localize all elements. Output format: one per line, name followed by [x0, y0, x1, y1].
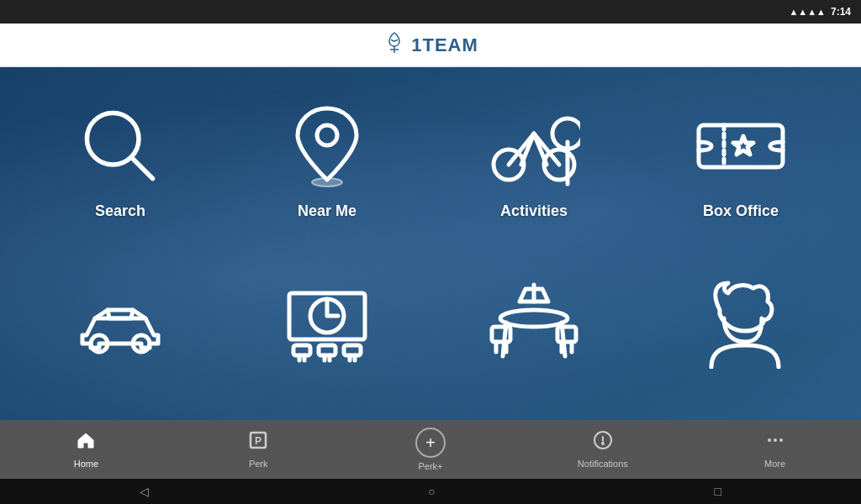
search-icon: [74, 100, 166, 192]
ticket-icon: [695, 100, 787, 192]
dining-item[interactable]: [430, 244, 637, 412]
svg-point-5: [312, 178, 342, 186]
home-label: Home: [74, 459, 98, 469]
svg-point-40: [768, 438, 771, 442]
parking-item[interactable]: [17, 244, 224, 412]
perk-icon: P: [248, 430, 268, 455]
notifications-icon: [593, 430, 613, 455]
nav-perk[interactable]: P Perk: [172, 420, 345, 479]
time-display: 7:14: [831, 6, 851, 18]
app-logo: 1TEAM: [383, 31, 478, 59]
home-button[interactable]: ○: [428, 485, 435, 498]
search-item[interactable]: Search: [17, 76, 224, 244]
near-me-label: Near Me: [298, 202, 357, 220]
dining-icon: [488, 276, 580, 369]
profile-item[interactable]: [637, 244, 844, 412]
logo-text: 1TEAM: [411, 34, 478, 56]
svg-rect-17: [319, 345, 335, 355]
svg-point-25: [500, 310, 568, 327]
svg-rect-18: [344, 345, 361, 355]
back-button[interactable]: ◁: [140, 485, 149, 498]
more-label: More: [764, 459, 785, 469]
main-content: Search Near Me: [0, 67, 861, 420]
svg-line-3: [131, 157, 152, 178]
bottom-navigation: Home P Perk + Perk+ Notifications: [0, 420, 861, 479]
search-label: Search: [95, 202, 145, 220]
nav-more[interactable]: More: [689, 420, 861, 479]
car-icon: [74, 276, 166, 369]
activities-icon: [488, 100, 580, 192]
box-office-item[interactable]: Box Office: [637, 76, 844, 244]
notifications-label: Notifications: [578, 459, 628, 469]
app-header: 1TEAM: [0, 24, 861, 67]
svg-text:P: P: [255, 435, 261, 447]
recents-button[interactable]: □: [715, 485, 721, 498]
activities-label: Activities: [500, 202, 568, 220]
perk-plus-label: Perk+: [418, 461, 442, 471]
person-icon: [695, 276, 787, 369]
nav-home[interactable]: Home: [0, 420, 172, 479]
svg-point-39: [602, 443, 604, 444]
svg-point-41: [774, 438, 777, 442]
near-me-item[interactable]: Near Me: [224, 76, 430, 244]
status-bar: ▲▲▲▲ 7:14: [0, 0, 861, 24]
home-icon: [76, 430, 96, 455]
location-icon: [281, 100, 373, 192]
svg-point-4: [317, 125, 337, 145]
box-office-label: Box Office: [703, 202, 779, 220]
activities-item[interactable]: Activities: [430, 76, 637, 244]
svg-rect-16: [293, 345, 310, 355]
perk-label: Perk: [249, 459, 268, 469]
android-nav-bar: ◁ ○ □: [0, 479, 861, 504]
nav-perk-plus[interactable]: + Perk+: [345, 420, 517, 479]
cinema-icon: [281, 276, 373, 369]
more-icon: [765, 430, 785, 455]
nav-notifications[interactable]: Notifications: [516, 420, 689, 479]
perk-plus-icon: +: [415, 428, 446, 458]
svg-point-42: [779, 438, 783, 442]
signal-icon: ▲▲▲▲: [789, 7, 826, 17]
logo-icon: [383, 31, 406, 59]
feature-grid: Search Near Me: [0, 67, 861, 420]
movies-item[interactable]: [224, 244, 430, 412]
